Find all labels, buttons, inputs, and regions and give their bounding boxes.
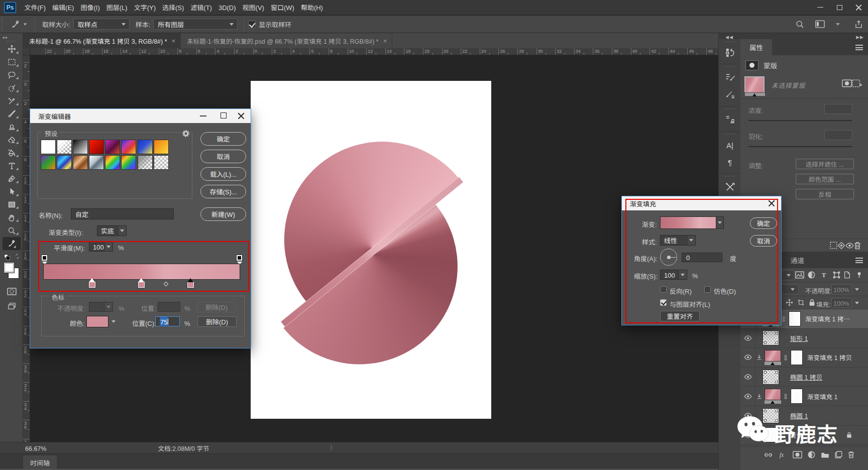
eye-icon[interactable] — [744, 374, 752, 380]
eyedropper-tool[interactable] — [3, 237, 21, 250]
workspace-icon[interactable] — [815, 20, 825, 28]
tab-close-icon[interactable]: × — [172, 37, 176, 45]
brush-tool[interactable] — [0, 107, 23, 121]
canvas[interactable] — [251, 81, 491, 419]
tool-presets-panel-icon[interactable] — [719, 178, 741, 195]
layer-row[interactable]: 矩形 1 — [740, 329, 868, 348]
eye-toggle[interactable] — [740, 329, 755, 348]
layer-mask-thumbnail[interactable] — [791, 389, 803, 404]
maximize-button[interactable] — [830, 0, 849, 15]
gradient-preset-透明棋盘[interactable] — [154, 155, 169, 170]
ok-button[interactable]: 确定 — [750, 217, 777, 229]
opacity-stop-left[interactable] — [41, 255, 48, 261]
sample-dropdown[interactable]: 所有图层 — [153, 19, 238, 30]
color-range-button[interactable]: 颜色范围 ... — [796, 174, 854, 184]
layer-thumbnail[interactable] — [765, 350, 781, 365]
dialog-maximize-icon[interactable] — [221, 112, 227, 119]
menu-item[interactable]: 选择(S) — [159, 0, 187, 15]
layer-name[interactable]: 矩形 1 — [790, 333, 808, 343]
quick-selection-tool[interactable] — [0, 81, 23, 94]
brush-settings-panel-icon[interactable] — [719, 86, 741, 103]
layer-name[interactable]: 椭圆 1 拷贝 — [790, 372, 822, 382]
color-stop-75-selected[interactable] — [187, 282, 194, 288]
eye-toggle[interactable] — [740, 368, 755, 387]
move-tool[interactable] — [0, 43, 23, 56]
eye-icon[interactable] — [744, 394, 752, 399]
invert-button[interactable]: 反相 — [796, 189, 854, 199]
foreground-color-swatch[interactable] — [4, 262, 15, 273]
menu-item[interactable]: 文字(Y) — [131, 0, 159, 15]
tab-properties[interactable]: 属性 — [740, 39, 772, 55]
panel-menu-icon[interactable] — [855, 45, 863, 50]
eye-icon[interactable] — [744, 355, 752, 360]
stop-color-swatch[interactable] — [86, 316, 108, 327]
load-button[interactable]: 载入(L)... — [200, 167, 246, 181]
gradient-preset-蓝黄[interactable] — [138, 140, 153, 154]
zoom-tool[interactable] — [0, 224, 23, 237]
horizontal-ruler[interactable]: 2220181614121086420246810121416182022242… — [30, 48, 718, 55]
clone-source-panel-icon[interactable] — [719, 111, 741, 128]
selection-from-mask-icon[interactable] — [830, 242, 837, 249]
vertical-ruler[interactable]: 202468101214161820222426283032343638 — [23, 55, 30, 442]
gradient-preview-bar[interactable] — [43, 264, 240, 280]
apply-mask-icon[interactable] — [837, 242, 845, 250]
gradient-picker-arrow[interactable] — [716, 216, 724, 229]
menu-item[interactable]: 文件(F) — [21, 0, 49, 15]
image-filter-icon[interactable] — [795, 271, 804, 279]
vector-mask-add-icon[interactable] — [852, 79, 862, 87]
layer-row[interactable]: 渐变填充 1 — [740, 387, 868, 406]
panel-menu-icon[interactable] — [855, 258, 863, 263]
gradient-preset-蓝红黄[interactable] — [121, 140, 136, 154]
lock-all-icon[interactable] — [809, 299, 815, 306]
color-stop-25[interactable] — [89, 282, 95, 288]
clone-stamp-tool[interactable] — [0, 121, 23, 134]
layer-mask-thumbnail[interactable] — [791, 350, 803, 365]
ok-button[interactable]: 确定 — [200, 132, 246, 146]
gradient-preview[interactable] — [660, 216, 716, 229]
minimize-button[interactable] — [811, 0, 830, 15]
sample-size-dropdown[interactable]: 取样点 — [73, 19, 130, 30]
paragraph-panel-icon[interactable]: ¶ — [719, 153, 741, 170]
marquee-tool[interactable] — [0, 56, 23, 69]
dialog-minimize-icon[interactable] — [200, 115, 206, 116]
stop-position-c-input[interactable]: 75 — [155, 316, 180, 326]
opacity-value[interactable]: 100% — [831, 284, 851, 294]
reset-alignment-button[interactable]: 重置对齐 — [660, 311, 700, 321]
gradient-preset-铜色[interactable] — [73, 155, 88, 170]
type-tool[interactable] — [0, 159, 23, 172]
adjustment-filter-icon[interactable] — [808, 271, 815, 279]
angle-dial[interactable] — [660, 249, 677, 266]
new-button[interactable]: 新建(W) — [200, 207, 246, 221]
cancel-button[interactable]: 取消 — [200, 150, 246, 163]
tab-close-icon[interactable]: × — [383, 37, 387, 45]
gradient-preset-橙黄[interactable] — [154, 140, 169, 154]
feather-slider[interactable] — [748, 146, 852, 147]
document-tab[interactable]: 未标题-1 @ 66.7% (渐变填充 1 拷贝 3, RGB/8#) *× — [23, 33, 181, 48]
gradient-type-dropdown[interactable]: 实底 — [97, 225, 127, 236]
history-panel-icon[interactable] — [719, 44, 741, 61]
layer-row[interactable]: 椭圆 1 拷贝 — [740, 368, 868, 387]
density-slider[interactable] — [748, 120, 852, 121]
menu-item[interactable]: 3D(D) — [215, 0, 239, 15]
menu-item[interactable]: 帮助(H) — [297, 0, 326, 15]
menu-item[interactable]: 图像(I) — [77, 0, 103, 15]
shape-filter-icon[interactable] — [833, 271, 840, 279]
search-icon[interactable] — [796, 20, 804, 29]
density-value-field[interactable] — [824, 104, 852, 114]
active-tool-preset[interactable] — [11, 20, 31, 29]
gradient-preset-色谱[interactable] — [105, 155, 120, 170]
eye-toggle[interactable] — [740, 387, 755, 406]
layer-thumbnail[interactable] — [765, 389, 781, 404]
layer-thumbnail[interactable] — [763, 330, 779, 345]
type-filter-icon[interactable] — [820, 271, 827, 278]
gradient-preset-前景到透明[interactable] — [57, 140, 72, 154]
layer-name[interactable]: 渐变填充 1 拷… — [805, 314, 850, 323]
trash-icon[interactable] — [854, 242, 861, 250]
gradient-preset-透明条纹[interactable] — [138, 155, 153, 170]
layer-mask-badge-icon[interactable] — [842, 79, 852, 87]
zoom-level-field[interactable]: 66.67% — [25, 443, 46, 453]
brush-presets-panel-icon[interactable] — [719, 69, 741, 86]
select-and-mask-button[interactable]: 选择并遮住 ... — [796, 159, 854, 169]
toolbar-collapse-arrows[interactable]: ▸▸ — [0, 33, 23, 39]
cancel-button[interactable]: 取消 — [750, 235, 777, 247]
